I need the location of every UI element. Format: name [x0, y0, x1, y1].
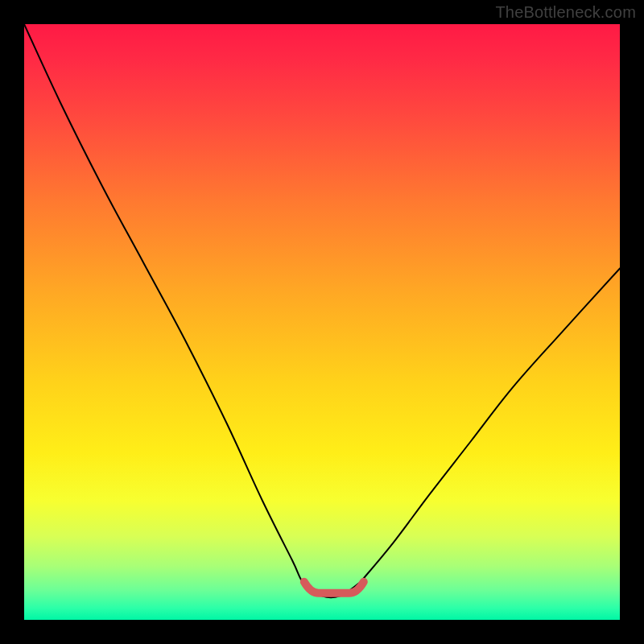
curve-svg — [24, 24, 620, 620]
bottleneck-curve — [24, 24, 620, 597]
plot-area — [24, 24, 620, 620]
chart-frame: TheBottleneck.com — [0, 0, 644, 644]
watermark-text: TheBottleneck.com — [495, 3, 636, 22]
trough-highlight — [304, 582, 364, 593]
